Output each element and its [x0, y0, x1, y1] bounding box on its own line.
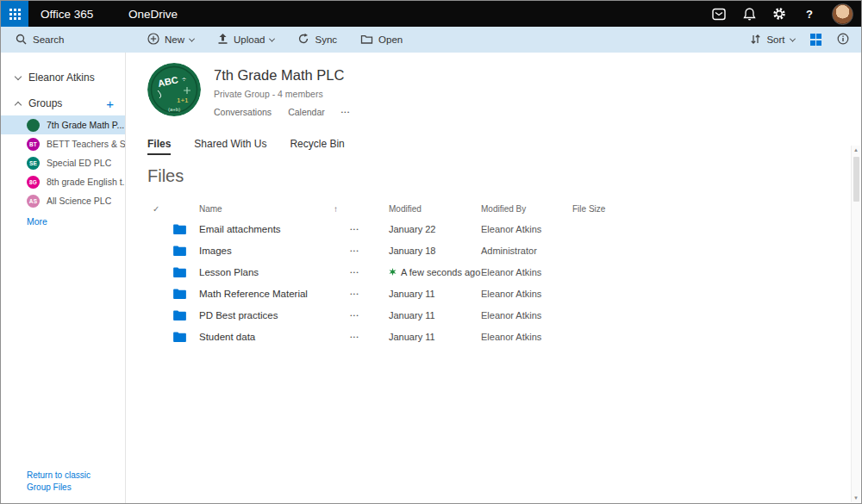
scrollbar-thumb[interactable]: [853, 157, 859, 202]
table-row[interactable]: Images ••• January 18 Administrator: [147, 240, 777, 261]
column-header-name[interactable]: Name: [194, 204, 328, 214]
search-box[interactable]: Search: [1, 27, 126, 53]
sort-label: Sort: [766, 34, 784, 45]
vertical-scrollbar[interactable]: ▲ ▼: [851, 146, 860, 502]
sidebar-item-groups[interactable]: Groups +: [1, 94, 125, 113]
table-row[interactable]: Student data ••• January 11 Eleanor Atki…: [147, 326, 777, 347]
more-link[interactable]: More: [1, 216, 125, 227]
column-header-file-size[interactable]: File Size: [550, 204, 619, 214]
table-row[interactable]: PD Best practices ••• January 11 Eleanor…: [147, 304, 777, 326]
row-menu-icon[interactable]: •••: [350, 248, 366, 253]
suite-bar: Office 365 OneDrive ?: [1, 1, 861, 27]
modified-date: January 11: [366, 332, 459, 342]
brand-title: Office 365: [41, 8, 93, 21]
chevron-down-icon: [15, 72, 22, 79]
group-avatar: SE: [27, 157, 40, 170]
table-row[interactable]: Math Reference Material ••• January 11 E…: [147, 283, 777, 304]
svg-text:÷: ÷: [182, 75, 186, 84]
row-menu-icon[interactable]: •••: [350, 313, 366, 318]
column-header-modified[interactable]: Modified: [366, 204, 459, 214]
more-options-icon[interactable]: •••: [341, 109, 351, 115]
file-name[interactable]: Email attachments: [194, 224, 328, 234]
group-avatar-image: ABC 1+1 ÷ (a+b): [147, 63, 201, 116]
sidebar-item-user[interactable]: Eleanor Atkins: [1, 68, 125, 87]
sync-icon: [297, 33, 309, 47]
group-avatar: BT: [27, 138, 40, 151]
new-button[interactable]: New: [147, 33, 194, 47]
upload-button[interactable]: Upload: [217, 33, 274, 47]
group-name-label: All Science PLC: [47, 196, 111, 206]
modified-date: January 11: [366, 310, 459, 320]
group-subtitle: Private Group - 4 members: [214, 89, 351, 99]
new-item-icon: [389, 267, 397, 277]
file-name[interactable]: Images: [194, 246, 328, 256]
tab-shared-with-us[interactable]: Shared With Us: [194, 138, 266, 155]
app-title[interactable]: OneDrive: [128, 8, 178, 21]
group-header: ABC 1+1 ÷ (a+b) 7th Grade Math PLC Priva…: [147, 63, 861, 117]
outlook-icon[interactable]: [711, 6, 727, 22]
page-title: Files: [147, 166, 861, 186]
modified-by: Eleanor Atkins: [459, 267, 550, 277]
chevron-down-icon: [189, 35, 195, 41]
row-menu-icon[interactable]: •••: [350, 334, 366, 339]
gear-icon[interactable]: [771, 6, 787, 22]
help-icon[interactable]: ?: [802, 6, 817, 22]
sidebar-group-all-science[interactable]: AS All Science PLC: [1, 191, 125, 210]
open-button[interactable]: Open: [360, 34, 403, 47]
command-bar-right: Sort: [750, 33, 849, 47]
modified-by: Administrator: [459, 246, 550, 256]
row-menu-icon[interactable]: •••: [350, 270, 366, 275]
scroll-up-icon[interactable]: ▲: [853, 147, 859, 152]
sort-button[interactable]: Sort: [750, 34, 794, 47]
row-menu-icon[interactable]: •••: [350, 291, 366, 296]
group-header-text: 7th Grade Math PLC Private Group - 4 mem…: [214, 63, 351, 117]
sidebar-group-bett-teachers[interactable]: BT BETT Teachers & S...: [1, 134, 125, 153]
calendar-link[interactable]: Calendar: [288, 107, 325, 117]
table-row[interactable]: Lesson Plans ••• A few seconds ago Elean…: [147, 261, 777, 283]
group-avatar: AS: [27, 195, 40, 208]
sidebar-group-7th-grade-math[interactable]: 7th Grade Math P...: [1, 115, 125, 134]
row-menu-icon[interactable]: •••: [350, 227, 366, 232]
group-avatar: [27, 119, 40, 132]
folder-icon: [168, 224, 194, 234]
group-avatar: 8G: [27, 176, 40, 189]
command-actions: New Upload Sync Open: [147, 33, 403, 47]
svg-text:(a+b): (a+b): [168, 107, 180, 112]
group-list: 7th Grade Math P... BT BETT Teachers & S…: [1, 115, 125, 210]
file-name[interactable]: PD Best practices: [194, 310, 328, 320]
table-row[interactable]: Email attachments ••• January 22 Eleanor…: [147, 218, 777, 240]
chevron-up-icon: [15, 101, 22, 108]
group-name-label: BETT Teachers & S...: [47, 139, 125, 149]
file-name[interactable]: Student data: [194, 332, 328, 342]
modified-by: Eleanor Atkins: [459, 289, 550, 299]
table-header: ✓ Name ↑ Modified Modified By File Size: [147, 199, 777, 218]
user-avatar[interactable]: [832, 3, 853, 25]
tab-recycle-bin[interactable]: Recycle Bin: [290, 138, 344, 155]
upload-label: Upload: [234, 34, 265, 45]
sync-button[interactable]: Sync: [297, 33, 337, 47]
sidebar-user-label: Eleanor Atkins: [28, 72, 95, 84]
bell-icon[interactable]: [741, 6, 757, 22]
tab-files[interactable]: Files: [147, 138, 171, 155]
file-name[interactable]: Lesson Plans: [194, 267, 328, 277]
info-icon[interactable]: [837, 33, 849, 47]
sync-label: Sync: [315, 34, 337, 45]
sidebar-group-special-ed[interactable]: SE Special ED PLC: [1, 153, 125, 172]
upload-icon: [217, 33, 228, 47]
column-header-modified-by[interactable]: Modified By: [459, 204, 550, 214]
sidebar-group-8th-grade-english[interactable]: 8G 8th grade English t...: [1, 172, 125, 191]
scroll-down-icon[interactable]: ▼: [853, 495, 859, 501]
app-launcher-button[interactable]: [1, 1, 28, 27]
add-group-button[interactable]: +: [106, 97, 114, 110]
conversations-link[interactable]: Conversations: [214, 107, 272, 117]
file-name[interactable]: Math Reference Material: [194, 289, 328, 299]
sort-ascending-icon[interactable]: ↑: [328, 204, 366, 214]
return-classic-link[interactable]: Return to classic Group Files: [27, 470, 113, 493]
view-toggle-icon[interactable]: [810, 34, 822, 46]
select-all-checkmark[interactable]: ✓: [147, 204, 168, 214]
command-bar: Search New Upload Sync Open: [1, 27, 861, 53]
open-folder-icon: [360, 34, 373, 47]
folder-icon: [168, 267, 194, 277]
modified-date: January 11: [366, 289, 459, 299]
modified-date: January 22: [366, 224, 459, 234]
